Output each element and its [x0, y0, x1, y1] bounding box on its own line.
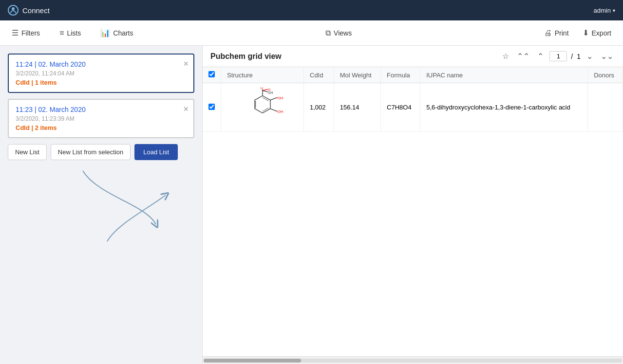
card2-count: 2 — [35, 124, 38, 131]
close-card-2-button[interactable]: × — [183, 105, 189, 113]
page-total: 1 — [577, 53, 581, 60]
brand-name: Connect — [22, 6, 50, 15]
header-row: Structure CdId Mol Weight Formula IUPAC … — [203, 67, 623, 83]
bookmark-button[interactable]: ☆ — [500, 51, 511, 62]
card1-count: 1 — [35, 79, 38, 86]
table-container: Structure CdId Mol Weight Formula IUPAC … — [203, 67, 623, 356]
col-molweight: Mol Weight — [334, 67, 380, 83]
user-dropdown-arrow: ▾ — [613, 8, 615, 13]
card1-title: 11:24 | 02. March 2020 — [16, 60, 187, 68]
print-label: Print — [555, 29, 569, 37]
toolbar-right: 🖨 Print ⬇ Export — [540, 25, 615, 40]
scrollbar-track — [204, 359, 622, 363]
horizontal-scrollbar[interactable] — [203, 356, 623, 364]
svg-text:OH: OH — [277, 96, 283, 100]
card1-date: 3/2/2020, 11:24:04 AM — [16, 70, 187, 77]
filters-button[interactable]: ☰ Filters — [8, 25, 44, 40]
card1-meta-label: CdId | — [16, 79, 35, 86]
svg-text:O: O — [260, 87, 263, 90]
lists-button[interactable]: ≡ Lists — [56, 26, 85, 40]
collapse-button[interactable]: ⌃⌃ — [515, 51, 531, 62]
col-donors: Donors — [588, 67, 623, 83]
export-label: Export — [592, 29, 611, 37]
table-header: Structure CdId Mol Weight Formula IUPAC … — [203, 67, 623, 83]
close-card-1-button[interactable]: × — [183, 59, 189, 68]
toolbar-center: ⧉ Views — [149, 26, 529, 40]
svg-line-4 — [263, 108, 268, 111]
card1-meta: CdId | 1 items — [16, 79, 187, 86]
print-button[interactable]: 🖨 Print — [540, 25, 573, 40]
scrollbar-thumb[interactable] — [204, 359, 301, 363]
svg-line-8 — [263, 91, 268, 92]
right-panel: Pubchem grid view ☆ ⌃⌃ ⌃ 1 / 1 ⌄ ⌄⌄ — [202, 46, 623, 364]
annotation-arrows-svg — [0, 166, 185, 244]
views-icon: ⧉ — [325, 29, 331, 37]
filters-label: Filters — [21, 29, 40, 37]
card2-meta: CdId | 2 items — [16, 124, 187, 131]
card2-unit: items — [38, 124, 57, 131]
lists-icon: ≡ — [59, 29, 64, 37]
svg-line-14 — [270, 109, 277, 111]
grid-header: Pubchem grid view ☆ ⌃⌃ ⌃ 1 / 1 ⌄ ⌄⌄ — [203, 46, 623, 67]
col-formula: Formula — [381, 67, 420, 83]
col-structure: Structure — [221, 67, 304, 83]
svg-text:OH: OH — [277, 109, 283, 114]
svg-line-7 — [263, 89, 268, 91]
row-checkbox-cell — [203, 83, 221, 132]
user-menu[interactable]: admin ▾ — [594, 7, 615, 14]
svg-text:OH: OH — [267, 91, 273, 95]
grid-controls: ☆ ⌃⌃ ⌃ 1 / 1 ⌄ ⌄⌄ — [500, 51, 615, 62]
table-row: O OH O OH OH — [203, 83, 623, 132]
col-cdid: CdId — [304, 67, 334, 83]
svg-marker-2 — [255, 96, 270, 113]
brand-icon — [8, 5, 19, 16]
row-cdid: 1,002 — [304, 83, 334, 132]
action-buttons-row: New List New List from selection Load Li… — [0, 138, 202, 166]
toolbar: ☰ Filters ≡ Lists 📊 Charts ⧉ Views 🖨 Pri… — [0, 20, 623, 46]
header-checkbox-cell — [203, 67, 221, 83]
row-donors — [588, 83, 623, 132]
card1-unit: items — [38, 79, 57, 86]
svg-line-3 — [263, 97, 268, 101]
new-list-button[interactable]: New List — [8, 144, 47, 160]
prev-page-button[interactable]: ⌃ — [535, 51, 546, 62]
charts-label: Charts — [113, 29, 133, 37]
expand-button[interactable]: ⌄⌄ — [599, 51, 615, 62]
row-formula: C7H8O4 — [381, 83, 420, 132]
svg-line-12 — [270, 97, 277, 100]
col-iupac: IUPAC name — [420, 67, 588, 83]
charts-icon: 📊 — [100, 28, 110, 37]
load-list-button[interactable]: Load List — [134, 144, 178, 160]
row-checkbox[interactable] — [208, 104, 215, 110]
print-icon: 🖨 — [544, 29, 552, 37]
next-page-button[interactable]: ⌄ — [585, 51, 595, 62]
svg-point-1 — [12, 7, 15, 10]
export-icon: ⬇ — [583, 28, 589, 37]
navbar: Connect admin ▾ — [0, 0, 623, 20]
list-card-1[interactable]: × 11:24 | 02. March 2020 3/2/2020, 11:24… — [8, 54, 194, 93]
charts-button[interactable]: 📊 Charts — [96, 25, 137, 40]
row-molweight: 156.14 — [334, 83, 380, 132]
data-table: Structure CdId Mol Weight Formula IUPAC … — [203, 67, 623, 132]
card2-meta-label: CdId | — [16, 124, 35, 131]
lists-label: Lists — [67, 29, 81, 37]
filters-icon: ☰ — [12, 28, 19, 37]
page-input[interactable]: 1 — [549, 51, 567, 61]
brand: Connect — [8, 5, 50, 16]
molecule-structure: O OH O OH OH — [233, 87, 292, 126]
left-panel: × 11:24 | 02. March 2020 3/2/2020, 11:24… — [0, 46, 202, 364]
new-list-from-selection-button[interactable]: New List from selection — [51, 144, 131, 160]
header-checkbox[interactable] — [208, 71, 215, 77]
grid-title: Pubchem grid view — [210, 52, 282, 61]
card2-date: 3/2/2020, 11:23:39 AM — [16, 115, 187, 122]
row-iupac: 5,6-dihydroxycyclohexa-1,3-diene-1-carbo… — [420, 83, 588, 132]
list-card-2[interactable]: × 11:23 | 02. March 2020 3/2/2020, 11:23… — [8, 99, 194, 138]
page-separator: / — [571, 53, 573, 60]
arrow-annotation-area — [0, 166, 202, 364]
table-body: O OH O OH OH — [203, 83, 623, 132]
views-button[interactable]: ⧉ Views — [321, 26, 356, 40]
views-label: Views — [334, 29, 352, 37]
export-button[interactable]: ⬇ Export — [579, 25, 615, 40]
cards-area: × 11:24 | 02. March 2020 3/2/2020, 11:24… — [0, 46, 202, 138]
structure-cell: O OH O OH OH — [221, 83, 304, 132]
